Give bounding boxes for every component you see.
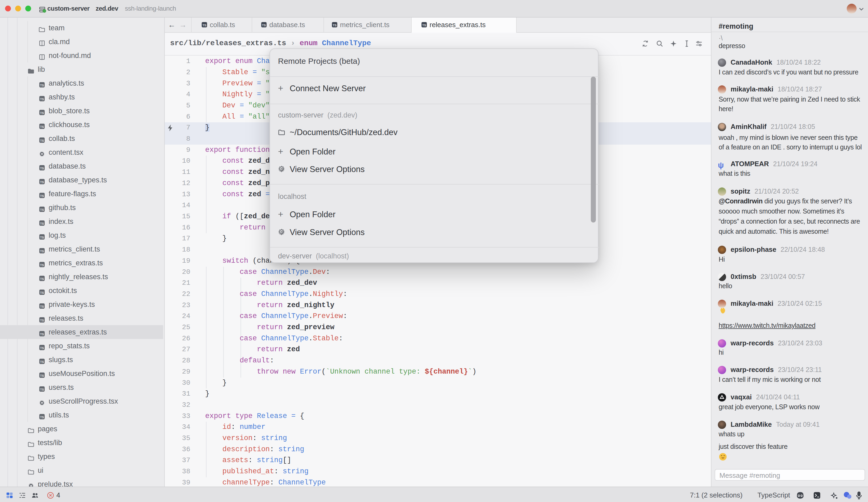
svg-text:TS: TS <box>333 24 337 27</box>
svg-text:TS: TS <box>40 194 44 197</box>
svg-text:TS: TS <box>40 167 44 170</box>
svg-text:TS: TS <box>40 291 44 294</box>
svg-text:TS: TS <box>40 305 44 308</box>
svg-text:TS: TS <box>422 24 426 27</box>
svg-text:TS: TS <box>203 24 207 27</box>
svg-text:TS: TS <box>40 139 44 142</box>
svg-text:TS: TS <box>40 416 44 419</box>
svg-text:TS: TS <box>40 236 44 239</box>
svg-text:TS: TS <box>40 319 44 322</box>
svg-text:TS: TS <box>40 125 44 129</box>
svg-text:TS: TS <box>40 84 44 87</box>
svg-text:TS: TS <box>40 388 44 391</box>
svg-text:TS: TS <box>40 264 44 267</box>
svg-text:TS: TS <box>40 347 44 350</box>
svg-text:TS: TS <box>40 250 44 253</box>
svg-text:TS: TS <box>40 360 44 363</box>
svg-text:TS: TS <box>40 98 44 101</box>
svg-text:TS: TS <box>40 222 44 225</box>
svg-text:TS: TS <box>40 277 44 280</box>
svg-text:TS: TS <box>40 181 44 184</box>
svg-text:TS: TS <box>262 24 266 27</box>
svg-text:TS: TS <box>40 111 44 115</box>
svg-text:TS: TS <box>40 332 44 336</box>
svg-text:TS: TS <box>40 374 44 377</box>
svg-text:TS: TS <box>40 208 44 212</box>
